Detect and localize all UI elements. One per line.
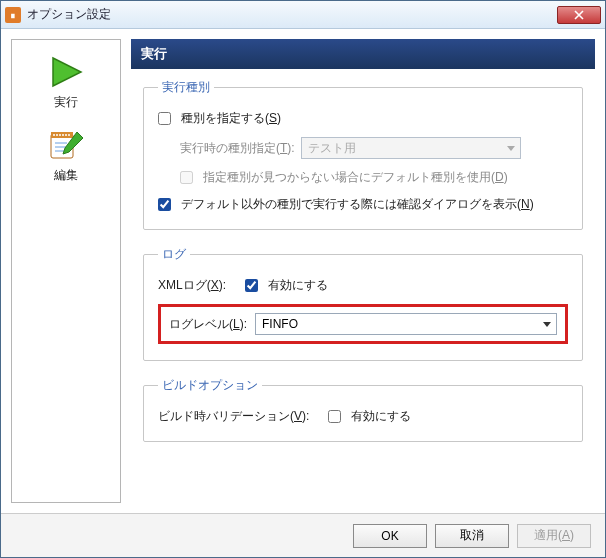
svg-point-8: [68, 134, 70, 136]
app-icon: ∎: [5, 7, 21, 23]
dialog-body: 実行 編集 実行: [1, 29, 605, 513]
group-log: ログ XMLログ(X): 有効にする ログレベル(L):: [143, 246, 583, 361]
sidebar-item-run[interactable]: 実行: [16, 48, 116, 121]
close-icon: [574, 10, 584, 20]
edit-icon: [44, 127, 88, 163]
button-bar: OK 取消 適用(A): [1, 513, 605, 557]
confirm-dialog-label[interactable]: デフォルト以外の種別で実行する際には確認ダイアログを表示(N): [181, 196, 534, 213]
options-dialog: ∎ オプション設定 実行: [0, 0, 606, 558]
apply-button: 適用(A): [517, 524, 591, 548]
build-validation-enable-checkbox[interactable]: [328, 410, 341, 423]
close-button[interactable]: [557, 6, 601, 24]
cancel-button[interactable]: 取消: [435, 524, 509, 548]
group-legend: ビルドオプション: [158, 377, 262, 394]
xml-log-enable-checkbox[interactable]: [245, 279, 258, 292]
specify-type-label[interactable]: 種別を指定する(S): [181, 110, 281, 127]
sidebar-item-label: 編集: [54, 167, 78, 184]
play-icon: [44, 54, 88, 90]
row-exec-type: 実行時の種別指定(T): テスト用: [158, 137, 568, 159]
group-legend: ログ: [158, 246, 190, 263]
row-default-fallback: 指定種別が見つからない場合にデフォルト種別を使用(D): [158, 169, 568, 186]
xml-log-enable-label[interactable]: 有効にする: [268, 277, 328, 294]
xml-log-label: XMLログ(X):: [158, 277, 226, 294]
row-specify-type: 種別を指定する(S): [158, 110, 568, 127]
ok-button[interactable]: OK: [353, 524, 427, 548]
row-build-validation: ビルド時バリデーション(V): 有効にする: [158, 408, 568, 425]
build-validation-enable-label[interactable]: 有効にする: [351, 408, 411, 425]
row-confirm-dialog: デフォルト以外の種別で実行する際には確認ダイアログを表示(N): [158, 196, 568, 213]
sidebar-item-edit[interactable]: 編集: [16, 121, 116, 194]
svg-point-7: [65, 134, 67, 136]
exec-type-select-wrap: テスト用: [301, 137, 521, 159]
svg-point-5: [59, 134, 61, 136]
group-run-type: 実行種別 種別を指定する(S) 実行時の種別指定(T): テ: [143, 79, 583, 230]
exec-type-select: テスト用: [301, 137, 521, 159]
build-validation-label: ビルド時バリデーション(V):: [158, 408, 309, 425]
log-level-label: ログレベル(L):: [169, 316, 247, 333]
row-log-level-highlight: ログレベル(L): FINFO: [158, 304, 568, 344]
log-level-select[interactable]: FINFO: [255, 313, 557, 335]
specify-type-checkbox[interactable]: [158, 112, 171, 125]
svg-point-6: [62, 134, 64, 136]
window-title: オプション設定: [27, 6, 557, 23]
exec-type-label: 実行時の種別指定(T):: [180, 140, 295, 157]
main-header: 実行: [131, 39, 595, 69]
default-fallback-checkbox: [180, 171, 193, 184]
default-fallback-label: 指定種別が見つからない場合にデフォルト種別を使用(D): [203, 169, 508, 186]
sidebar: 実行 編集: [11, 39, 121, 503]
svg-marker-0: [53, 58, 81, 86]
svg-point-4: [56, 134, 58, 136]
main-panel: 実行 実行種別 種別を指定する(S) 実行時の種別指定(T):: [131, 39, 595, 503]
titlebar: ∎ オプション設定: [1, 1, 605, 29]
group-build: ビルドオプション ビルド時バリデーション(V): 有効にする: [143, 377, 583, 442]
svg-point-3: [53, 134, 55, 136]
confirm-dialog-checkbox[interactable]: [158, 198, 171, 211]
row-xml-log: XMLログ(X): 有効にする: [158, 277, 568, 294]
main-content: 実行種別 種別を指定する(S) 実行時の種別指定(T): テ: [131, 69, 595, 503]
sidebar-item-label: 実行: [54, 94, 78, 111]
group-legend: 実行種別: [158, 79, 214, 96]
log-level-select-wrap: FINFO: [255, 313, 557, 335]
